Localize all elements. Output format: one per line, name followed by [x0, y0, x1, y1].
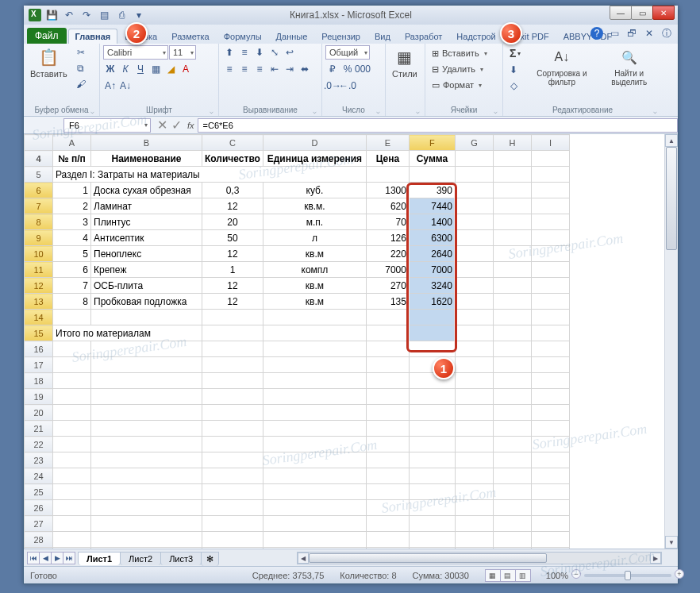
col-header-E[interactable]: E — [366, 135, 409, 151]
cell-A4[interactable]: № п/п — [53, 151, 91, 167]
fill-icon[interactable]: ⬇ — [506, 63, 521, 77]
align-middle-icon[interactable]: ≡ — [237, 45, 252, 60]
cell-A5[interactable]: Раздел I: Затраты на материалы — [53, 167, 367, 183]
number-format-combo[interactable]: Общий — [325, 45, 370, 60]
horizontal-scrollbar[interactable]: ◀ ▶ — [297, 552, 662, 564]
zoom-in-icon[interactable]: + — [675, 569, 684, 579]
cell-D13[interactable]: кв.м — [263, 294, 366, 310]
sheet-tab-3[interactable]: Лист3 — [160, 552, 202, 565]
col-header-I[interactable]: I — [531, 135, 569, 151]
sort-filter-button[interactable]: A↓ Сортировка и фильтр — [527, 45, 596, 88]
cell-A13[interactable]: 8 — [53, 294, 91, 310]
ribbon-minimize-icon[interactable]: ▭ — [608, 27, 621, 40]
row-header-25[interactable]: 25 — [25, 484, 53, 500]
wrap-text-icon[interactable]: ↩ — [283, 45, 297, 60]
cell-B13[interactable]: Пробковая подложка — [91, 294, 202, 310]
col-header-D[interactable]: D — [263, 135, 366, 151]
align-right-icon[interactable]: ≡ — [252, 62, 267, 76]
row-header-16[interactable]: 16 — [25, 341, 53, 357]
sheet-tab-new[interactable]: ✻ — [201, 552, 219, 566]
styles-button[interactable]: ▦ Стили — [389, 45, 421, 80]
row-header-19[interactable]: 19 — [25, 389, 53, 405]
cell-E10[interactable]: 220 — [366, 246, 409, 262]
qat-redo-icon[interactable]: ↷ — [79, 8, 94, 22]
cell-C4[interactable]: Количество — [202, 151, 263, 167]
row-header-24[interactable]: 24 — [25, 468, 53, 484]
scroll-right-icon[interactable]: ▶ — [650, 553, 661, 564]
cell-A15[interactable]: Итого по материалам — [53, 325, 202, 341]
row-header-10[interactable]: 10 — [25, 246, 53, 262]
cell-A6[interactable]: 1 — [53, 183, 91, 198]
row-header-22[interactable]: 22 — [25, 437, 53, 452]
scroll-left-icon[interactable]: ◀ — [298, 553, 309, 564]
cell-B6[interactable]: Доска сухая обрезная — [91, 183, 202, 198]
font-color-icon[interactable]: A — [179, 62, 193, 76]
underline-icon[interactable]: Ч — [133, 62, 148, 76]
inc-decimal-icon[interactable]: .0→ — [325, 79, 340, 93]
scroll-down-icon[interactable]: ▼ — [665, 536, 678, 549]
cell-F13[interactable]: 1620 — [409, 294, 455, 310]
font-size-combo[interactable]: 11 — [169, 45, 196, 60]
cell-B11[interactable]: Крепеж — [91, 262, 202, 278]
zoom-thumb[interactable] — [625, 571, 631, 580]
formula-input[interactable]: =C6*E6 — [198, 118, 678, 133]
tab-view[interactable]: Вид — [367, 29, 398, 44]
row-header-20[interactable]: 20 — [25, 405, 53, 421]
cell-E9[interactable]: 126 — [366, 230, 409, 246]
scroll-up-icon[interactable]: ▲ — [665, 134, 678, 147]
tab-developer[interactable]: Разработ — [398, 29, 449, 44]
qat-customize-icon[interactable]: ▾ — [132, 8, 146, 22]
cell-E8[interactable]: 70 — [366, 214, 409, 230]
indent-dec-icon[interactable]: ⇤ — [267, 62, 282, 76]
cell-E6[interactable]: 1300 — [366, 183, 409, 198]
sheet-tab-1[interactable]: Лист1 — [78, 552, 121, 565]
cell-D8[interactable]: м.п. — [263, 214, 366, 230]
fill-color-icon[interactable]: ◢ — [163, 62, 178, 76]
row-header-17[interactable]: 17 — [25, 357, 53, 373]
cell-A11[interactable]: 6 — [53, 262, 91, 278]
border-icon[interactable]: ▦ — [148, 62, 163, 76]
view-pagebreak-icon[interactable]: ▥ — [515, 569, 531, 582]
align-bottom-icon[interactable]: ⬇ — [252, 45, 267, 60]
cell-B10[interactable]: Пеноплекс — [91, 246, 202, 262]
row-header-26[interactable]: 26 — [25, 500, 53, 516]
cell-D10[interactable]: кв.м — [263, 246, 366, 262]
cells-format-button[interactable]: ▭Формат — [429, 77, 485, 93]
row-header-28[interactable]: 28 — [25, 532, 53, 548]
copy-icon[interactable]: ⧉ — [74, 61, 88, 75]
row-header-27[interactable]: 27 — [25, 516, 53, 532]
zoom-percent[interactable]: 100% — [546, 571, 568, 580]
merge-icon[interactable]: ⬌ — [298, 62, 312, 76]
tab-formulas[interactable]: Формулы — [217, 29, 269, 44]
sheet-tab-2[interactable]: Лист2 — [120, 552, 161, 565]
row-header-23[interactable]: 23 — [25, 452, 53, 468]
bold-icon[interactable]: Ж — [103, 62, 117, 76]
paste-button[interactable]: 📋 Вставить — [27, 45, 71, 80]
doc-restore-icon[interactable]: 🗗 — [625, 27, 638, 40]
cell-E13[interactable]: 135 — [366, 294, 409, 310]
col-header-B[interactable]: B — [91, 135, 202, 151]
find-select-button[interactable]: 🔍 Найти и выделить — [599, 45, 659, 88]
cell-A12[interactable]: 7 — [53, 278, 91, 294]
font-name-combo[interactable]: Calibri — [103, 45, 168, 60]
clear-icon[interactable]: ◇ — [506, 79, 521, 93]
align-top-icon[interactable]: ⬆ — [222, 45, 237, 60]
col-header-G[interactable]: G — [455, 135, 493, 151]
format-painter-icon[interactable]: 🖌 — [74, 77, 88, 91]
cell-D6[interactable]: куб. — [263, 183, 366, 198]
cell-F7[interactable]: 7440 — [409, 198, 455, 214]
cell-B9[interactable]: Антисептик — [91, 230, 202, 246]
row-header-21[interactable]: 21 — [25, 421, 53, 437]
row-header-12[interactable]: 12 — [25, 278, 53, 294]
cell-D4[interactable]: Единица измерения — [263, 151, 366, 167]
row-header-9[interactable]: 9 — [25, 230, 53, 246]
name-box[interactable]: F6 — [63, 118, 151, 133]
view-layout-icon[interactable]: ▤ — [500, 569, 516, 582]
cell-B12[interactable]: ОСБ-плита — [91, 278, 202, 294]
align-center-icon[interactable]: ≡ — [237, 62, 252, 76]
ribbon-options-icon[interactable]: ⓘ — [660, 27, 673, 40]
fx-icon[interactable]: fx — [186, 121, 198, 130]
cell-E12[interactable]: 270 — [366, 278, 409, 294]
sheet-nav-prev-icon[interactable]: ◀ — [39, 552, 52, 564]
grow-font-icon[interactable]: A↑ — [103, 79, 117, 93]
